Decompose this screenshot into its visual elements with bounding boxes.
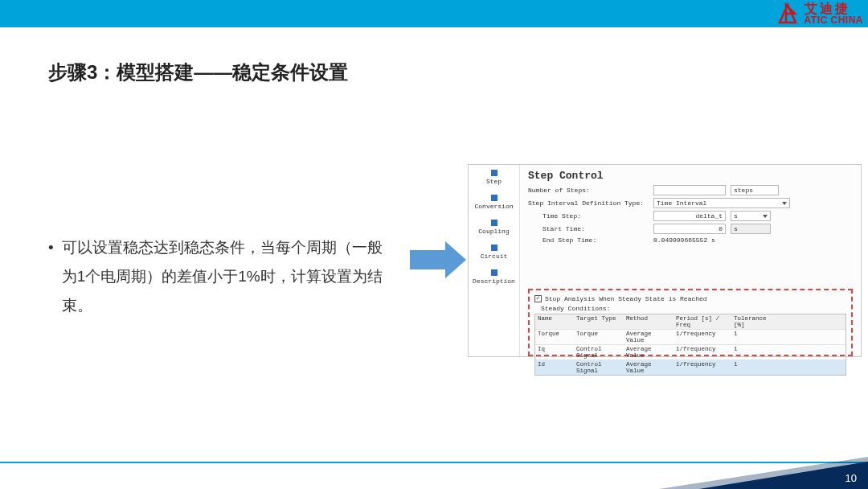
software-screenshot: Step Conversion Coupling Circuit Descrip… — [468, 164, 862, 357]
table-row[interactable]: TorqueTorqueAverage Value1/frequency1 — [535, 330, 845, 345]
interval-type-select[interactable]: Time Interval — [653, 198, 790, 208]
sidebar-item-step[interactable]: Step — [469, 165, 519, 190]
end-step-time-label: End Step Time: — [542, 236, 649, 244]
sidebar-item-circuit[interactable]: Circuit — [469, 240, 519, 265]
bullet: • — [48, 233, 54, 320]
page-number: 10 — [845, 472, 857, 484]
num-steps-label: Number of Steps: — [528, 187, 649, 194]
square-icon — [491, 269, 497, 276]
arrow-icon — [410, 241, 466, 278]
square-icon — [491, 220, 497, 226]
time-step-label: Time Step: — [542, 212, 649, 220]
logo: 艾迪捷 ATIC CHINA — [774, 0, 863, 27]
steady-conditions-highlight: ✓ Stop Analysis When Steady State is Rea… — [528, 289, 853, 356]
footer-triangle — [699, 462, 868, 489]
end-step-time-value: 0.049999665552 s — [653, 236, 715, 244]
body-text: • 可以设置稳态达到稳态条件，当每个周期（一般为1个电周期）的差值小于1%时，计… — [48, 233, 394, 320]
sidebar-item-conversion[interactable]: Conversion — [469, 190, 519, 215]
logo-cn-text: 艾迪捷 — [805, 2, 863, 15]
sidebar-item-description[interactable]: Description — [469, 265, 519, 290]
steady-conditions-table: Name Target Type Method Period [s] / Fre… — [534, 314, 846, 376]
start-time-unit: s — [731, 224, 771, 234]
chevron-down-icon — [763, 215, 768, 218]
table-row[interactable]: IdControl SignalAverage Value1/frequency… — [535, 360, 845, 375]
checkbox-icon: ✓ — [534, 295, 542, 302]
square-icon — [491, 195, 497, 201]
panel-title: Step Control — [528, 170, 853, 182]
start-time-label: Start Time: — [542, 225, 649, 232]
square-icon — [491, 170, 497, 176]
sidebar-item-coupling[interactable]: Coupling — [469, 215, 519, 240]
logo-mark-icon — [774, 0, 801, 27]
stop-analysis-label: Stop Analysis When Steady State is Reach… — [545, 295, 707, 302]
time-step-unit-select[interactable]: s — [731, 211, 771, 221]
steady-conditions-label: Steady Conditions: — [541, 305, 846, 312]
body-paragraph: 可以设置稳态达到稳态条件，当每个周期（一般为1个电周期）的差值小于1%时，计算设… — [62, 233, 394, 320]
table-header: Name Target Type Method Period [s] / Fre… — [535, 314, 845, 330]
table-row[interactable]: IqControl SignalAverage Value1/frequency… — [535, 345, 845, 360]
chevron-down-icon — [782, 202, 787, 205]
slide-title: 步骤3：模型搭建——稳定条件设置 — [48, 60, 348, 85]
logo-en-text: ATIC CHINA — [805, 15, 863, 25]
square-icon — [491, 244, 497, 251]
num-steps-unit: steps — [731, 185, 779, 195]
num-steps-input[interactable] — [653, 185, 726, 195]
screenshot-sidebar: Step Conversion Coupling Circuit Descrip… — [469, 165, 520, 356]
time-step-input[interactable]: delta_t — [653, 211, 726, 221]
header-bar — [0, 0, 868, 27]
start-time-input[interactable]: 0 — [653, 224, 726, 234]
screenshot-main: Step Control Number of Steps: steps Step… — [520, 165, 861, 356]
interval-type-label: Step Interval Definition Type: — [528, 199, 649, 207]
stop-analysis-checkbox[interactable]: ✓ Stop Analysis When Steady State is Rea… — [534, 295, 707, 302]
